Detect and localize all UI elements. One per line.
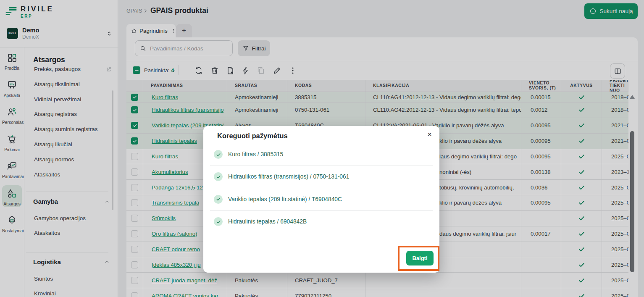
- item-check-icon: [214, 150, 223, 159]
- modal-item: Hidraulikos filtras (transmisijos) / 075…: [214, 172, 349, 181]
- modal-item-divider: [210, 188, 433, 188]
- modal-title: Koreguoti pažymėtus: [217, 132, 288, 140]
- modal-item: Variklio tepalas (209 ltr.statinė) / T69…: [214, 195, 342, 204]
- item-check-icon: [214, 217, 223, 226]
- modal-item-label: Hidraulikos filtras (transmisijos) / 075…: [228, 173, 349, 180]
- app-root: RIVILE ERP RIVILE Demo DemoX PradžiaApsk…: [0, 0, 644, 297]
- edit-selected-modal: Koreguoti pažymėtus × Kuro filtras / 388…: [203, 126, 439, 273]
- modal-item: Hidraulinis tepalas / 6904842B: [214, 217, 307, 226]
- modal-item: Kuro filtras / 3885315: [214, 150, 283, 159]
- modal-item-divider: [210, 233, 433, 233]
- close-icon[interactable]: ×: [427, 130, 432, 138]
- item-check-icon: [214, 195, 223, 204]
- modal-item-divider: [210, 210, 433, 211]
- modal-item-label: Variklio tepalas (209 ltr.statinė) / T69…: [228, 196, 342, 202]
- modal-item-label: Hidraulinis tepalas / 6904842B: [228, 218, 307, 225]
- modal-item-label: Kuro filtras / 3885315: [228, 151, 283, 158]
- modal-item-divider: [210, 166, 433, 166]
- item-check-icon: [214, 172, 223, 181]
- finish-button[interactable]: Baigti: [406, 251, 434, 265]
